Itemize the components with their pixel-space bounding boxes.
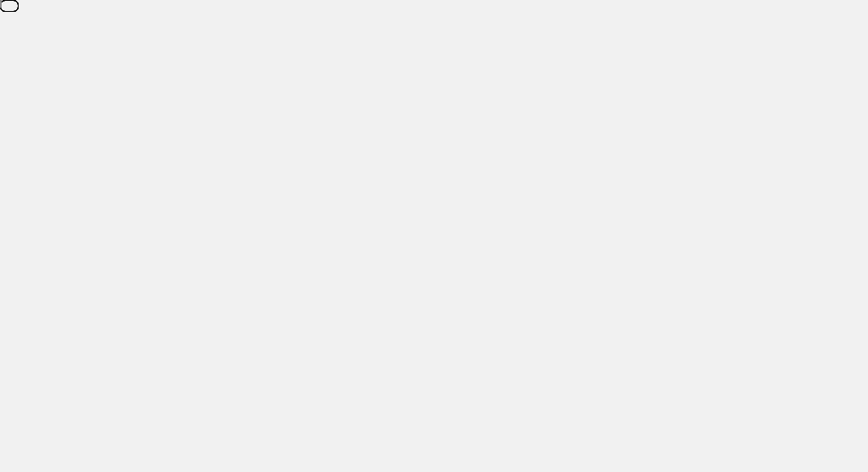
edges-layer bbox=[0, 0, 868, 472]
diagram-canvas bbox=[0, 0, 868, 472]
node-feature-flag-service[interactable] bbox=[0, 0, 19, 12]
